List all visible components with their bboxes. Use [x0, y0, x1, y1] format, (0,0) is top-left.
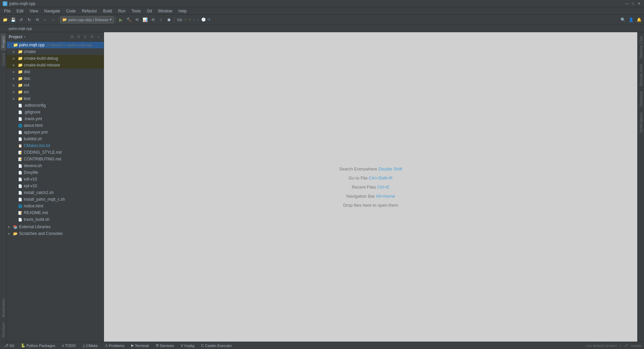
- filter-btn[interactable]: ⊻: [82, 34, 88, 40]
- right-tab-notifications[interactable]: Notifications: [638, 110, 644, 135]
- status-tab-git[interactable]: ⎇ Git: [2, 343, 16, 348]
- tree-scratches[interactable]: ▶ 📂 Scratches and Consoles: [7, 230, 104, 237]
- menu-refactor[interactable]: Refactor: [79, 8, 100, 14]
- tree-install-catch2[interactable]: 📄 install_catch2.sh: [7, 189, 104, 196]
- toolbar-back-btn[interactable]: ↺: [17, 16, 25, 23]
- menu-run[interactable]: Run: [115, 8, 128, 14]
- menu-build[interactable]: Build: [100, 8, 115, 14]
- menu-git[interactable]: Git: [144, 8, 155, 14]
- menu-code[interactable]: Code: [63, 8, 78, 14]
- tree-install-paho[interactable]: 📄 install_paho_mqtt_c.sh: [7, 196, 104, 203]
- status-tab-python[interactable]: 🐍 Python Packages: [19, 343, 57, 348]
- tree-epl-icon: 📄: [17, 183, 23, 189]
- tree-m4[interactable]: ▶ 📁 m4: [7, 82, 104, 89]
- sync2-button[interactable]: ⟲: [149, 16, 157, 23]
- menu-view[interactable]: View: [27, 8, 41, 14]
- collapse-all-btn[interactable]: ⊟: [69, 34, 75, 40]
- menu-file[interactable]: File: [1, 8, 13, 14]
- recent-files-hint: Recent Files Ctrl+E: [352, 185, 389, 190]
- toolbar-undo-fwd-btn[interactable]: →: [50, 16, 57, 23]
- build-button[interactable]: 🔨: [125, 16, 132, 23]
- status-tab-todo[interactable]: ≡ TODO: [60, 343, 78, 348]
- tree-appveyor-yml[interactable]: 📄 appveyor.yml: [7, 129, 104, 136]
- tree-external-libs[interactable]: ▶ 📚 External Libraries: [7, 223, 104, 230]
- vtab-project[interactable]: Project: [1, 34, 6, 50]
- tree-cl-icon: 📋: [17, 143, 23, 148]
- hide-panel-btn[interactable]: ×: [96, 34, 102, 40]
- toolbar-save-btn[interactable]: 💾: [9, 16, 17, 23]
- status-tab-problems[interactable]: ⚠ Problems: [103, 343, 126, 348]
- tree-df-name: Doxyfile: [24, 170, 38, 175]
- tree-travis-yml[interactable]: 📄 .travis.yml: [7, 115, 104, 122]
- status-tab-terminal[interactable]: ▶ Terminal: [129, 343, 151, 348]
- tree-cmake[interactable]: ▶ 📁 cmake: [7, 48, 104, 55]
- git-clock: 🕐: [201, 17, 206, 22]
- vtab-commit[interactable]: Commit: [1, 50, 6, 68]
- profile-button[interactable]: 📊: [141, 16, 149, 23]
- tree-cmake-build-release[interactable]: ▶ 📁 cmake-build-release: [7, 62, 104, 68]
- tree-tb-icon: 📄: [17, 217, 23, 222]
- tree-test[interactable]: ▶ 📁 test: [7, 95, 104, 102]
- right-tab-remote[interactable]: Remote Host: [638, 62, 644, 89]
- user-btn[interactable]: 👤: [627, 16, 635, 23]
- tree-readme[interactable]: 📝 README.md: [7, 209, 104, 216]
- menu-window[interactable]: Window: [155, 8, 175, 14]
- vtab-structure[interactable]: Structure: [1, 320, 6, 340]
- stop-button[interactable]: ⏹: [165, 16, 173, 23]
- menu-tools[interactable]: Tools: [129, 8, 144, 14]
- status-tab-services[interactable]: ⚙ Services: [154, 343, 176, 348]
- tree-notice-html[interactable]: 🌐 notice.html: [7, 203, 104, 209]
- tree-contributing[interactable]: 📝 CONTRIBUTING.md: [7, 156, 104, 162]
- right-tab-tabmine[interactable]: Tabmine Chat: [638, 34, 644, 62]
- tree-root[interactable]: ▾ 📁 paho.mqtt.cpp D:\Work\C++\paho.mqtt.…: [7, 42, 104, 48]
- menu-edit[interactable]: Edit: [14, 8, 26, 14]
- tree-about-html[interactable]: 🌐 about.html: [7, 122, 104, 129]
- tree-doc[interactable]: ▶ 📁 doc: [7, 75, 104, 82]
- reload-button[interactable]: ⟲: [133, 16, 141, 23]
- update-btn[interactable]: 🔔: [635, 16, 643, 23]
- tree-ay-icon: 📄: [17, 130, 23, 135]
- tree-travis-build[interactable]: 📄 travis_build.sh: [7, 216, 104, 223]
- tree-gitignore[interactable]: 📄 .gitignore: [7, 109, 104, 115]
- tree-src[interactable]: ▶ 📁 src: [7, 89, 104, 95]
- sort-btn[interactable]: ⇅: [75, 34, 82, 40]
- tree-edl[interactable]: 📄 edl-v10: [7, 176, 104, 183]
- run-button[interactable]: ▶: [117, 16, 124, 23]
- toolbar-undo-back-btn[interactable]: ←: [42, 16, 49, 23]
- tree-root-name: paho.mqtt.cpp: [19, 43, 45, 47]
- minimize-button[interactable]: —: [625, 1, 629, 6]
- tree-buildtst[interactable]: 📄 buildtst.sh: [7, 136, 104, 142]
- tree-cmakelists[interactable]: 📋 CMakeLists.txt: [7, 142, 104, 149]
- dropdown-arrow[interactable]: ▾: [24, 35, 25, 39]
- status-tab-cmake[interactable]: △ CMake: [80, 343, 100, 348]
- tree-sc-icon: 📂: [13, 231, 18, 236]
- right-tab-database[interactable]: Database: [638, 89, 644, 110]
- tree-doxyfile[interactable]: 📄 Doxyfile: [7, 169, 104, 176]
- maximize-button[interactable]: □: [631, 1, 635, 6]
- settings-btn[interactable]: ⚙: [89, 34, 95, 40]
- project-selector[interactable]: 📂 paho-cpp-objs | Release ▾: [60, 16, 114, 23]
- tree-coding-style[interactable]: 📝 CODING_STYLE.md: [7, 149, 104, 156]
- tree-de-name: devenv.sh: [24, 163, 42, 168]
- menu-navigate[interactable]: Navigate: [42, 8, 63, 14]
- tree-dist[interactable]: ▶ 📁 dist: [7, 68, 104, 75]
- title-bar-controls: — □ ✕: [625, 1, 641, 6]
- tree-editorconfig[interactable]: 📄 .editorconfig: [7, 102, 104, 109]
- status-tab-vcpkg[interactable]: V Vcpkg: [179, 343, 197, 348]
- status-tab-casbin[interactable]: C Casbin Executor: [199, 343, 234, 348]
- close-button[interactable]: ✕: [637, 1, 641, 6]
- toolbar-fwd-btn[interactable]: ↻: [25, 16, 33, 23]
- status-tab-vcpkg-label: Vcpkg: [184, 344, 195, 348]
- services-icon: ⚙: [156, 343, 159, 348]
- arrow-up-btn[interactable]: ↑: [157, 16, 165, 23]
- toolbar-sync-btn[interactable]: ⟲: [34, 16, 41, 23]
- tree-cmake-build-debug[interactable]: ▶ 📁 cmake-build-debug: [7, 55, 104, 62]
- tree-devenv[interactable]: 📄 devenv.sh: [7, 162, 104, 169]
- toolbar-open-btn[interactable]: 📁: [1, 16, 9, 23]
- title-bar-left: C paho-mqtt-cpp: [3, 1, 35, 6]
- search-btn[interactable]: 🔍: [619, 16, 627, 23]
- tree-epl[interactable]: 📄 epl-v10: [7, 183, 104, 189]
- file-tree-header-left: Project ▾: [9, 35, 25, 39]
- menu-help[interactable]: Help: [176, 8, 190, 14]
- vtab-bookmarks[interactable]: Bookmarks: [1, 296, 6, 320]
